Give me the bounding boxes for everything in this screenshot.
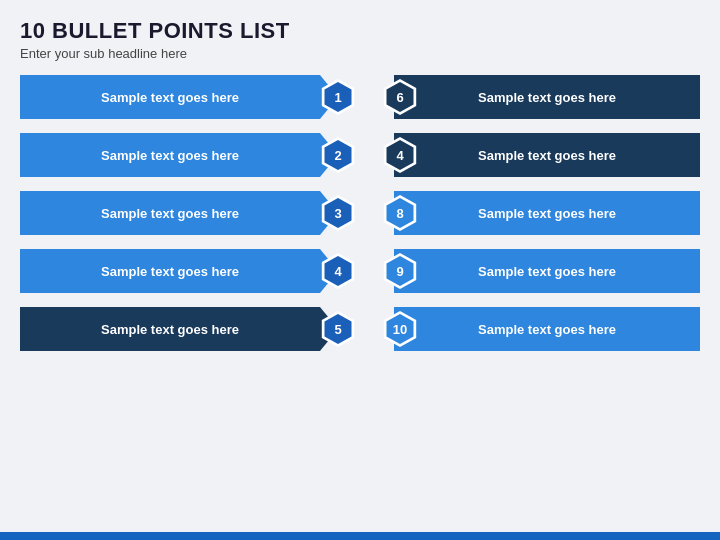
- bullet-row-1: Sample text goes here 1 6 Sample text go…: [20, 71, 700, 123]
- left-badge-inner-5: 5: [323, 314, 353, 344]
- left-badge-inner-2: 2: [323, 140, 353, 170]
- left-badge-num-4: 4: [334, 264, 341, 279]
- right-item-1: 6 Sample text goes here: [380, 75, 700, 119]
- right-text-3: Sample text goes here: [478, 206, 616, 221]
- left-text-3: Sample text goes here: [101, 206, 239, 221]
- left-text-4: Sample text goes here: [101, 264, 239, 279]
- slide-subtitle: Enter your sub headline here: [20, 46, 700, 61]
- right-badge-num-1: 6: [396, 90, 403, 105]
- left-badge-num-5: 5: [334, 322, 341, 337]
- right-item-4: 9 Sample text goes here: [380, 249, 700, 293]
- right-badge-inner-1: 6: [385, 82, 415, 112]
- right-bar-4: Sample text goes here: [394, 249, 700, 293]
- left-item-5: Sample text goes here 5: [20, 307, 350, 351]
- right-badge-num-5: 10: [393, 322, 407, 337]
- right-badge-inner-3: 8: [385, 198, 415, 228]
- left-text-2: Sample text goes here: [101, 148, 239, 163]
- bullet-row-3: Sample text goes here 3 8 Sample text go…: [20, 187, 700, 239]
- right-item-5: 10 Sample text goes here: [380, 307, 700, 351]
- right-text-5: Sample text goes here: [478, 322, 616, 337]
- left-item-4: Sample text goes here 4: [20, 249, 350, 293]
- right-badge-num-3: 8: [396, 206, 403, 221]
- right-badge-num-2: 4: [396, 148, 403, 163]
- right-text-2: Sample text goes here: [478, 148, 616, 163]
- left-bar-2: Sample text goes here: [20, 133, 320, 177]
- left-badge-inner-4: 4: [323, 256, 353, 286]
- left-badge-num-1: 1: [334, 90, 341, 105]
- bullet-row-4: Sample text goes here 4 9 Sample text go…: [20, 245, 700, 297]
- left-bar-4: Sample text goes here: [20, 249, 320, 293]
- bullet-row-5: Sample text goes here 5 10 Sample text g…: [20, 303, 700, 355]
- left-bar-5: Sample text goes here: [20, 307, 320, 351]
- left-item-2: Sample text goes here 2: [20, 133, 350, 177]
- right-badge-inner-2: 4: [385, 140, 415, 170]
- bottom-bar: [0, 532, 720, 540]
- right-bar-5: Sample text goes here: [394, 307, 700, 351]
- right-badge-inner-4: 9: [385, 256, 415, 286]
- left-bar-3: Sample text goes here: [20, 191, 320, 235]
- right-item-2: 4 Sample text goes here: [380, 133, 700, 177]
- slide: 10 BULLET POINTS LIST Enter your sub hea…: [0, 0, 720, 540]
- left-bar-1: Sample text goes here: [20, 75, 320, 119]
- left-item-1: Sample text goes here 1: [20, 75, 350, 119]
- left-badge-num-2: 2: [334, 148, 341, 163]
- right-bar-3: Sample text goes here: [394, 191, 700, 235]
- right-bar-2: Sample text goes here: [394, 133, 700, 177]
- left-badge-inner-3: 3: [323, 198, 353, 228]
- left-text-1: Sample text goes here: [101, 90, 239, 105]
- right-text-1: Sample text goes here: [478, 90, 616, 105]
- right-badge-num-4: 9: [396, 264, 403, 279]
- slide-title: 10 BULLET POINTS LIST: [20, 18, 700, 44]
- left-item-3: Sample text goes here 3: [20, 191, 350, 235]
- right-bar-1: Sample text goes here: [394, 75, 700, 119]
- left-text-5: Sample text goes here: [101, 322, 239, 337]
- rows-container: Sample text goes here 1 6 Sample text go…: [20, 71, 700, 355]
- right-item-3: 8 Sample text goes here: [380, 191, 700, 235]
- left-badge-num-3: 3: [334, 206, 341, 221]
- right-badge-inner-5: 10: [385, 314, 415, 344]
- bullet-row-2: Sample text goes here 2 4 Sample text go…: [20, 129, 700, 181]
- left-badge-inner-1: 1: [323, 82, 353, 112]
- right-text-4: Sample text goes here: [478, 264, 616, 279]
